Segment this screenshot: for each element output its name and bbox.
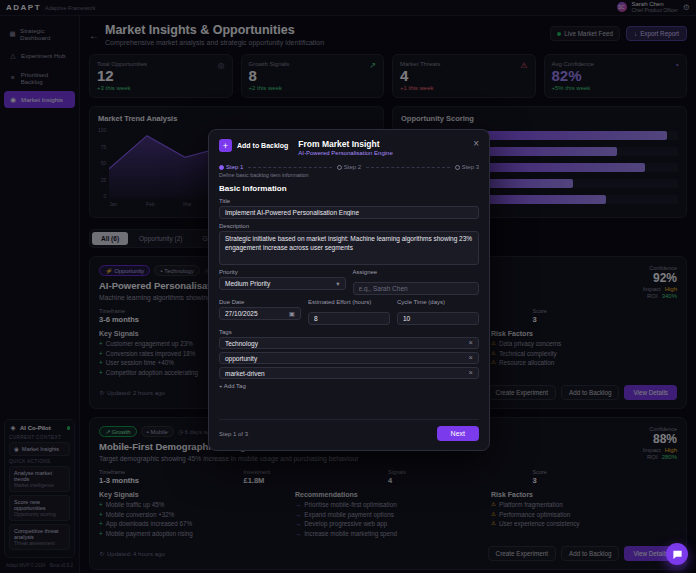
step-2: Step 2 [337,164,361,170]
modal-title: From Market Insight [298,139,392,149]
step-1: Step 1 [219,164,243,170]
section-title: Basic Information [219,184,479,193]
step-description: Define basic backlog item information [219,172,479,178]
assignee-label: Assignee [353,269,480,275]
remove-tag-icon[interactable]: × [469,354,473,362]
assignee-input[interactable] [353,282,480,295]
add-tag-button[interactable]: + Add Tag [219,382,479,390]
priority-select[interactable]: Medium Priority ▾ [219,277,346,290]
step-progress: Step 1 of 3 [219,431,248,437]
close-icon[interactable]: × [473,139,479,149]
tag-chip: opportunity × [219,352,479,364]
due-date-input[interactable]: 27/10/2025 ▣ [219,307,301,320]
description-textarea[interactable]: Strategic initiative based on market ins… [219,231,479,265]
add-to-backlog-icon: + [219,139,232,152]
cycle-time-input[interactable] [397,312,479,325]
title-label: Title [219,198,479,204]
step-3: Step 3 [455,164,479,170]
add-to-backlog-modal: + Add to Backlog From Market Insight AI-… [208,129,490,451]
description-label: Description [219,223,479,229]
modal-action-label: Add to Backlog [237,142,288,149]
tags-label: Tags [219,329,479,335]
modal-subtitle: AI-Powered Personalisation Engine [298,150,392,156]
remove-tag-icon[interactable]: × [469,339,473,347]
next-button[interactable]: Next [437,426,479,441]
effort-label: Estimated Effort (hours) [308,299,390,305]
step-indicator: Step 1 Step 2 Step 3 [219,164,479,170]
title-input[interactable] [219,206,479,219]
cycle-time-label: Cycle Time (days) [397,299,479,305]
due-date-label: Due Date [219,299,301,305]
tag-chip: market-driven × [219,367,479,379]
app-root: ADAPT Adaptive Framework SC Sarah Chen C… [0,0,696,573]
tag-chip: Technology × [219,337,479,349]
chat-fab[interactable] [666,543,688,565]
calendar-icon: ▣ [289,310,295,318]
remove-tag-icon[interactable]: × [469,369,473,377]
priority-label: Priority [219,269,346,275]
effort-input[interactable] [308,312,390,325]
plus-icon: + [219,383,223,389]
chat-icon [672,549,683,560]
chevron-down-icon: ▾ [336,280,339,288]
